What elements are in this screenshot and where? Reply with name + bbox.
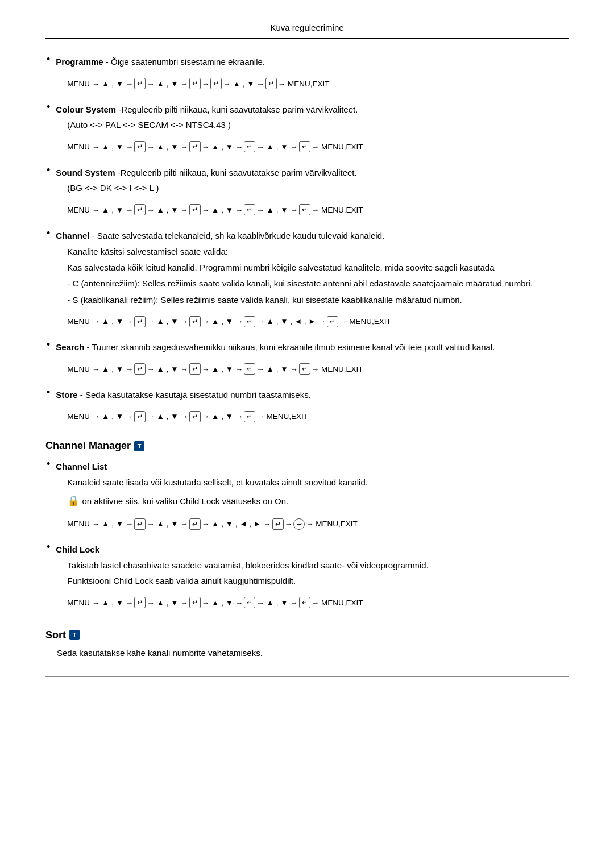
store-nav: MENU → ▲ , ▼ → ↵ → ▲ , ▼ → ↵ → ▲ , ▼ → ↵… <box>67 409 308 424</box>
lock-icon: 🔒 <box>67 495 80 506</box>
colour-text: Colour System -Reguleerib pilti niikaua,… <box>56 103 569 117</box>
nav-ok-sr1: ↵ <box>134 363 146 375</box>
nav-ok-s1: ↵ <box>134 204 146 215</box>
nav-ok-s3: ↵ <box>244 204 255 215</box>
channel-para1: Kanalite käsitsi salvestamisel saate val… <box>67 246 569 259</box>
child-lock-desc2: Funktsiooni Child Lock saab valida ainul… <box>67 575 569 588</box>
nav-ok-ck4: ↵ <box>299 597 310 608</box>
channel-term: Channel <box>56 231 89 240</box>
nav-ok-c3: ↵ <box>244 141 255 152</box>
main-bullet-list: • Programme - Õige saatenumbri sisestami… <box>45 53 569 429</box>
child-lock-title-text: Child Lock <box>56 543 569 556</box>
list-item-programme: • Programme - Õige saatenumbri sisestami… <box>45 53 569 96</box>
nav-ok-s2: ↵ <box>189 204 201 215</box>
sound-term: Sound System <box>56 168 115 177</box>
channel-list-title: Channel List <box>56 460 569 474</box>
sort-title: Sort <box>45 629 66 641</box>
nav-ok-st2: ↵ <box>189 411 201 422</box>
channel-list-nav: MENU → ▲ , ▼ → ↵ → ▲ , ▼ → ↵ → ▲ , ▼ , ◄… <box>67 516 357 531</box>
nav-ok-sr4: ↵ <box>299 363 310 375</box>
channel-para3: - C (antennirežiim): Selles režiimis saa… <box>67 277 569 290</box>
colour-desc: -Reguleerib pilti niikaua, kuni saavutat… <box>118 105 358 114</box>
nav-ok-ch3: ↵ <box>244 316 255 327</box>
nav-ok-ch2: ↵ <box>189 316 201 327</box>
list-item-channel: • Channel - Saate salvestada telekanalei… <box>45 227 569 334</box>
bullet-dot-cl: • <box>47 458 50 471</box>
nav-ok-btn2: ↵ <box>189 78 201 89</box>
sound-nav: MENU → ▲ , ▼ → ↵ → ▲ , ▼ → ↵ → ▲ , ▼ → ↵… <box>67 202 363 218</box>
colour-nav: MENU → ▲ , ▼ → ↵ → ▲ , ▼ → ↵ → ▲ , ▼ → ↵… <box>67 139 363 155</box>
sound-note: (BG <-> DK <-> I <-> L ) <box>67 182 569 195</box>
nav-ok-c4: ↵ <box>299 141 310 152</box>
nav-ok-c1: ↵ <box>134 141 146 152</box>
child-lock-nav: MENU → ▲ , ▼ → ↵ → ▲ , ▼ → ↵ → ▲ , ▼ → ↵… <box>67 595 363 610</box>
list-item-search: • Search - Tuuner skannib sagedusvahemik… <box>45 338 569 381</box>
nav-return-icon: ↩ <box>293 518 305 530</box>
nav-ok-btn: ↵ <box>134 78 146 89</box>
channel-manager-icon: T <box>134 441 144 451</box>
bullet-dot-childlock: • <box>47 541 50 554</box>
store-term: Store <box>56 390 77 400</box>
channel-manager-title: Channel Manager <box>45 440 131 452</box>
nav-ok-cl3: ↵ <box>272 518 284 530</box>
list-item-colour: • Colour System -Reguleerib pilti niikau… <box>45 101 569 159</box>
search-content: Search - Tuuner skannib sagedusvahemikku… <box>56 338 569 381</box>
nav-ok-st3: ↵ <box>244 411 255 422</box>
list-item-store: • Store - Seda kasutatakse kasutaja sise… <box>45 386 569 429</box>
nav-ok-sr2: ↵ <box>189 363 201 375</box>
sort-icon: T <box>69 630 80 640</box>
programme-desc: - Õige saatenumbri sisestamine ekraanile… <box>106 57 265 67</box>
channel-para4: - S (kaablikanali režiim): Selles režiim… <box>67 294 569 307</box>
sort-section: Sort T <box>45 629 569 641</box>
channel-manager-list: • Channel List Kanaleid saate lisada või… <box>45 458 569 615</box>
nav-ok-cl2: ↵ <box>189 518 201 530</box>
store-desc: - Seda kasutatakse kasutaja sisestatud n… <box>80 390 311 400</box>
programme-text: Programme - Õige saatenumbri sisestamine… <box>56 56 569 69</box>
page-header: Kuva reguleerimine <box>45 23 569 39</box>
bullet-dot-colour: • <box>47 101 50 114</box>
list-item-channel-list: • Channel List Kanaleid saate lisada või… <box>45 458 569 536</box>
sound-desc: -Reguleerib pilti niikaua, kuni saavutat… <box>118 168 357 177</box>
channel-para2: Kas salvestada kõik leitud kanalid. Prog… <box>67 261 569 275</box>
channel-manager-section: Channel Manager T <box>45 440 569 452</box>
bullet-dot-search: • <box>47 338 50 351</box>
bullet-dot-sound: • <box>47 164 50 177</box>
nav-ok-ch4: ↵ <box>327 316 338 327</box>
programme-term: Programme <box>56 57 103 67</box>
list-item-child-lock: • Child Lock Takistab lastel ebasobivate… <box>45 541 569 615</box>
nav-ok-btn3: ↵ <box>210 78 222 89</box>
store-text: Store - Seda kasutatakse kasutaja sisest… <box>56 389 569 402</box>
nav-ok-ch1: ↵ <box>134 316 146 327</box>
page-container: Kuva reguleerimine • Programme - Õige sa… <box>0 0 614 868</box>
search-desc: - Tuuner skannib sagedusvahemikku niikau… <box>87 342 495 352</box>
programme-nav: MENU → ▲ , ▼ → ↵ → ▲ , ▼ → ↵ → ↵ → ▲ , ▼… <box>67 76 329 92</box>
sort-description: Seda kasutatakse kahe kanali numbrite va… <box>57 647 569 660</box>
bullet-dot: • <box>47 53 50 66</box>
sound-content: Sound System -Reguleerib pilti niikaua, … <box>56 164 569 222</box>
nav-ok-c2: ↵ <box>189 141 201 152</box>
page-title: Kuva reguleerimine <box>270 23 343 32</box>
colour-term: Colour System <box>56 105 116 114</box>
nav-ok-cl1: ↵ <box>134 518 146 530</box>
child-lock-desc1: Takistab lastel ebasobivate saadete vaat… <box>67 559 569 572</box>
nav-ok-sr3: ↵ <box>244 363 255 375</box>
search-nav: MENU → ▲ , ▼ → ↵ → ▲ , ▼ → ↵ → ▲ , ▼ → ↵… <box>67 362 363 377</box>
nav-ok-ck2: ↵ <box>189 597 201 608</box>
sound-text: Sound System -Reguleerib pilti niikaua, … <box>56 167 569 180</box>
bullet-dot-store: • <box>47 386 50 399</box>
channel-list-desc: Kanaleid saate lisada või kustutada sell… <box>67 476 569 489</box>
page-bottom-rule <box>45 676 569 677</box>
child-lock-content: Child Lock Takistab lastel ebasobivate s… <box>56 541 569 615</box>
search-text: Search - Tuuner skannib sagedusvahemikku… <box>56 341 569 354</box>
programme-content: Programme - Õige saatenumbri sisestamine… <box>56 53 569 96</box>
child-lock-active-note: 🔒 on aktiivne siis, kui valiku Child Loc… <box>67 493 569 509</box>
channel-nav: MENU → ▲ , ▼ → ↵ → ▲ , ▼ → ↵ → ▲ , ▼ → ↵… <box>67 314 391 329</box>
channel-desc: - Saate salvestada telekanaleid, sh ka k… <box>92 231 385 240</box>
channel-list-content: Channel List Kanaleid saate lisada või k… <box>56 458 569 536</box>
colour-note: (Auto <-> PAL <-> SECAM <-> NTSC4.43 ) <box>67 119 569 132</box>
nav-ok-ck1: ↵ <box>134 597 146 608</box>
channel-content: Channel - Saate salvestada telekanaleid,… <box>56 227 569 334</box>
search-term: Search <box>56 342 84 352</box>
bullet-dot-channel: • <box>47 227 50 240</box>
store-content: Store - Seda kasutatakse kasutaja sisest… <box>56 386 569 429</box>
